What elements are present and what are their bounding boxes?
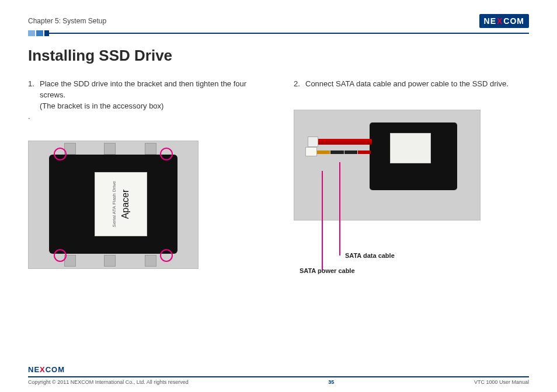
screw-highlight-icon (54, 148, 67, 160)
page-footer: NE X COM Copyright © 2011 NEXCOM Interna… (28, 364, 529, 392)
chapter-label: Chapter 5: System Setup (28, 17, 106, 25)
bracket-tab (104, 255, 116, 267)
figure-1: Serial ATA Flash Drive Apacer (28, 141, 263, 269)
step-2-text: Connect SATA data cable and power cable … (305, 79, 509, 88)
ssd-sticker-small (390, 133, 431, 163)
step-1-number: 1. (28, 79, 36, 112)
screw-highlight-icon (54, 249, 67, 262)
screw-highlight-icon (160, 148, 173, 160)
step-2-number: 2. (294, 79, 302, 90)
ssd-label-text: Serial ATA Flash Drive (112, 181, 117, 227)
right-column: 2. Connect SATA data cable and power cab… (294, 79, 529, 364)
ssd-brand: Apacer (120, 189, 131, 219)
callout-line-icon (322, 171, 323, 270)
logo-post: COM (46, 365, 65, 374)
page-title: Installing SSD Drive (28, 47, 529, 65)
screw-highlight-icon (160, 249, 173, 262)
sata-power-cable (317, 150, 371, 154)
sata-power-connector (305, 147, 317, 156)
copyright-text: Copyright © 2011 NEXCOM International Co… (28, 379, 189, 385)
logo-x: X (497, 16, 503, 26)
photo-ssd-bracket: Serial ATA Flash Drive Apacer (28, 141, 199, 269)
logo-post: COM (503, 16, 524, 26)
bracket-tab (104, 143, 116, 155)
logo-x: X (40, 365, 46, 374)
step-1-line2: (The bracket is in the accessory box) (40, 102, 163, 110)
label-sata-data: SATA data cable (345, 252, 395, 259)
manual-name: VTC 1000 User Manual (474, 379, 529, 385)
footer-rule (28, 376, 529, 377)
nexcom-logo-footer: NE X COM (28, 365, 65, 374)
step-1-line1: Place the SDD drive into the bracket and… (40, 79, 246, 99)
logo-pre: NE (484, 16, 496, 26)
label-sata-power: SATA power cable (300, 267, 355, 274)
step-1-dot: . (28, 112, 263, 121)
bracket-tab (145, 143, 156, 155)
ssd-sticker: Serial ATA Flash Drive Apacer (95, 172, 147, 236)
sata-data-cable (316, 139, 372, 145)
bracket-tab (145, 255, 156, 267)
logo-pre: NE (28, 365, 40, 374)
nexcom-logo: NE X COM (479, 14, 529, 28)
left-column: 1. Place the SDD drive into the bracket … (28, 79, 263, 364)
step-2: 2. Connect SATA data cable and power cab… (294, 79, 529, 90)
header-rule (28, 33, 529, 34)
step-1: 1. Place the SDD drive into the bracket … (28, 79, 263, 112)
page-number: 35 (328, 379, 334, 385)
sata-data-connector (308, 136, 318, 147)
figure-2: SATA data cable SATA power cable (294, 110, 529, 220)
ssd-drive: Serial ATA Flash Drive Apacer (49, 155, 177, 254)
callout-line-icon (339, 162, 340, 256)
